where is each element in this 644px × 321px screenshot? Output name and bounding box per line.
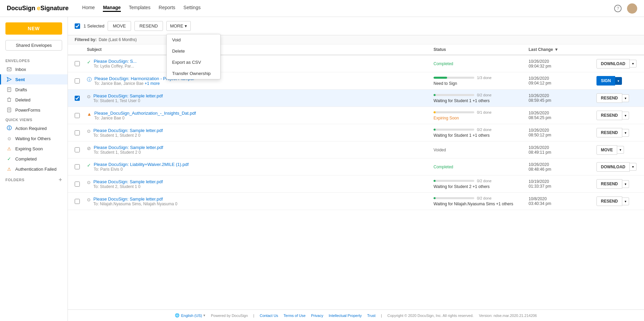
expiring-soon-icon: ⚠ — [6, 146, 12, 151]
row4-checkbox[interactable] — [75, 113, 80, 118]
row9-subject-title[interactable]: Please DocuSign: Sample letter.pdf — [93, 196, 177, 202]
logo: DocuSign eSignature — [7, 5, 69, 12]
footer-terms[interactable]: Terms of Use — [283, 314, 306, 318]
nav-home[interactable]: Home — [82, 5, 95, 12]
row5-action-dropdown[interactable]: ▾ — [622, 129, 629, 137]
nav-manage[interactable]: Manage — [103, 5, 121, 12]
footer-trust[interactable]: Trust — [367, 314, 375, 318]
footer-powered-by: Powered by DocuSign — [211, 314, 248, 318]
dropdown-item-transfer[interactable]: Transfer Ownership — [167, 68, 220, 79]
row2-subject-area: ⓘ Please DocuSign: Harmonization - Proje… — [87, 76, 434, 86]
row5-subject-to: To: Student 1, Student 2 0 — [93, 133, 163, 138]
row5-status-more[interactable]: +1 others — [473, 133, 490, 138]
row3-action-dropdown[interactable]: ▾ — [622, 94, 629, 102]
row7-download-button[interactable]: DOWNLOAD — [596, 162, 630, 172]
footer-privacy[interactable]: Privacy — [311, 314, 323, 318]
sidebar-item-powerforms[interactable]: PowerForms — [0, 105, 68, 115]
sidebar: NEW Shared Envelopes ENVELOPES Inbox Sen… — [0, 17, 68, 321]
row5-checkbox[interactable] — [75, 130, 80, 135]
row8-action-dropdown[interactable]: ▾ — [622, 180, 629, 188]
completed-label: Completed — [15, 156, 37, 162]
shared-envelopes-button[interactable]: Shared Envelopes — [5, 40, 62, 51]
inbox-label: Inbox — [15, 67, 26, 72]
row6-action-dropdown[interactable]: ▾ — [617, 146, 624, 154]
envelope-list: ✓ Please DocuSign: S... To: Lydia Coffey… — [68, 55, 644, 309]
row1-subject-title[interactable]: Please DocuSign: S... — [94, 59, 136, 64]
nav-settings[interactable]: Settings — [183, 5, 201, 12]
row7-action-dropdown[interactable]: ▾ — [630, 163, 637, 171]
dropdown-item-void[interactable]: Void — [167, 34, 220, 45]
row3-resend-button[interactable]: RESEND — [596, 93, 622, 103]
toolbar: 1 Selected MOVE RESEND MORE ▾ Void Delet… — [68, 17, 644, 35]
row6-move-button[interactable]: MOVE — [596, 145, 617, 155]
row3-checkbox[interactable] — [75, 96, 80, 101]
svg-marker-3 — [7, 77, 11, 81]
help-icon[interactable]: ? — [614, 5, 622, 12]
auth-failed-label: Authentication Failed — [15, 167, 56, 172]
row6-status-icon: ⊘ — [87, 146, 91, 151]
row6-subject-title[interactable]: Please DocuSign: Sample letter.pdf — [94, 145, 163, 150]
footer-globe-wrap: 🌐 English (US) ▾ — [175, 313, 205, 318]
row9-status-more[interactable]: +1 others — [496, 202, 513, 206]
svg-point-1 — [628, 10, 636, 14]
sidebar-item-deleted[interactable]: Deleted — [0, 95, 68, 105]
row3-status-text: Waiting for Student 1 +1 others — [434, 98, 529, 103]
row5-subject-title[interactable]: Please DocuSign: Sample letter.pdf — [93, 128, 163, 133]
sidebar-item-waiting-others[interactable]: ⊙ Waiting for Others — [0, 133, 68, 144]
row8-status-text: Waiting for Student 2 +1 others — [434, 184, 529, 189]
row1-download-button[interactable]: DOWNLOAD — [596, 59, 630, 69]
row1-action-dropdown[interactable]: ▾ — [630, 60, 637, 68]
row1-checkbox[interactable] — [75, 61, 80, 66]
row3-subject-title[interactable]: Please DocuSign: Sample letter.pdf — [93, 93, 163, 98]
footer-contact-us[interactable]: Contact Us — [260, 314, 278, 318]
row2-sign-dropdown[interactable]: ▾ — [615, 77, 622, 85]
sidebar-item-auth-failed[interactable]: ⚠ Authentication Failed — [0, 164, 68, 174]
row9-action-area: RESEND ▾ — [596, 196, 637, 206]
dropdown-item-export[interactable]: Export as CSV — [167, 57, 220, 68]
footer-intellectual[interactable]: Intellectual Property — [329, 314, 362, 318]
row7-subject-title[interactable]: Please DocuSign: Liability+Waiver.2MILE … — [94, 162, 189, 167]
nav-reports[interactable]: Reports — [159, 5, 175, 12]
nav-templates[interactable]: Templates — [129, 5, 151, 12]
sidebar-item-drafts[interactable]: Drafts — [0, 84, 68, 95]
sidebar-item-expiring-soon[interactable]: ⚠ Expiring Soon — [0, 144, 68, 154]
row8-subject-title[interactable]: Please DocuSign: Sample letter.pdf — [93, 179, 163, 184]
select-all-checkbox[interactable] — [75, 23, 80, 29]
resend-button[interactable]: RESEND — [134, 21, 163, 31]
move-button[interactable]: MOVE — [108, 21, 131, 31]
user-avatar[interactable] — [627, 3, 637, 14]
dropdown-item-delete[interactable]: Delete — [167, 45, 220, 57]
sidebar-item-sent[interactable]: Sent — [0, 74, 68, 84]
row2-sign-button[interactable]: SIGN — [596, 76, 615, 86]
row4-subject-title[interactable]: Please_DocuSign_Authorization_-_Insights… — [94, 111, 196, 116]
sidebar-item-action-required[interactable]: ⓘ Action Required — [0, 123, 68, 133]
row5-resend-button[interactable]: RESEND — [596, 128, 622, 137]
row4-status-icon: ▲ — [87, 111, 92, 117]
row4-action-area: RESEND ▾ — [596, 111, 637, 120]
row4-resend-button[interactable]: RESEND — [596, 111, 622, 120]
footer-copyright: Copyright © 2020 DocuSign, Inc. All righ… — [387, 314, 474, 318]
sidebar-item-completed[interactable]: ✓ Completed — [0, 154, 68, 164]
row2-checkbox[interactable] — [75, 78, 80, 83]
row2-more-link[interactable]: +1 more — [145, 81, 160, 86]
row9-checkbox[interactable] — [75, 199, 80, 204]
sidebar-item-inbox[interactable]: Inbox — [0, 64, 68, 74]
row7-checkbox[interactable] — [75, 164, 80, 169]
row4-action-dropdown[interactable]: ▾ — [622, 112, 629, 119]
sort-icon[interactable]: ▼ — [554, 47, 558, 52]
row8-progress-label: 0/2 done — [477, 179, 492, 183]
svg-rect-9 — [7, 108, 11, 112]
footer-language[interactable]: English (US) — [181, 314, 202, 318]
folders-add-icon[interactable]: + — [58, 177, 62, 183]
row4-date-area: 10/26/2020 08:54:25 pm — [529, 111, 596, 120]
row6-checkbox[interactable] — [75, 147, 80, 152]
row7-subject-area: ✓ Please DocuSign: Liability+Waiver.2MIL… — [87, 162, 434, 172]
row8-checkbox[interactable] — [75, 182, 80, 187]
row8-status-more[interactable]: +1 others — [473, 184, 490, 189]
row3-status-more[interactable]: +1 others — [473, 98, 490, 103]
new-button[interactable]: NEW — [5, 22, 62, 35]
row9-action-dropdown[interactable]: ▾ — [622, 197, 629, 205]
more-button[interactable]: MORE ▾ — [166, 21, 191, 31]
row8-resend-button[interactable]: RESEND — [596, 179, 622, 189]
row9-resend-button[interactable]: RESEND — [596, 196, 622, 206]
